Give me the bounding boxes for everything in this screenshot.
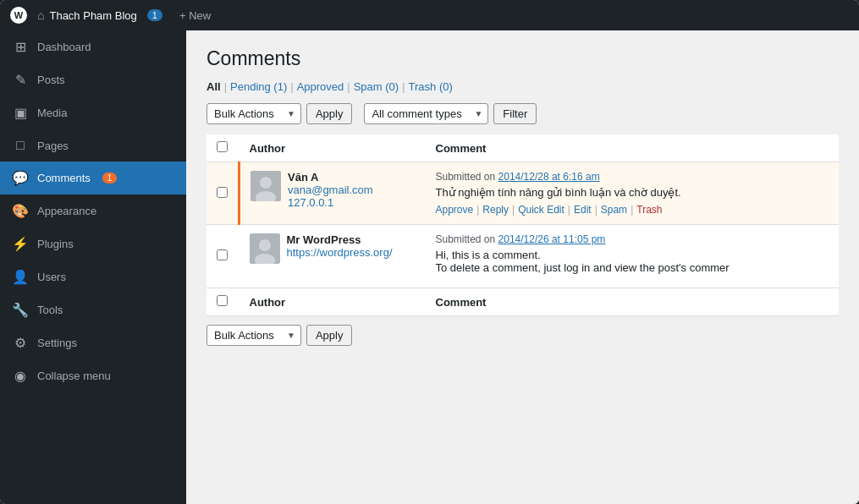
sidebar-item-label: Posts [37, 74, 65, 86]
pages-icon: □ [12, 138, 29, 153]
sidebar-item-label: Comments [37, 172, 91, 184]
main-content: Comments All | Pending (1) | Approved | … [186, 30, 859, 504]
filter-links: All | Pending (1) | Approved | Spam (0) … [206, 80, 839, 93]
svg-point-1 [260, 177, 272, 189]
sidebar-item-users[interactable]: 👤 Users [0, 260, 186, 293]
plugins-icon: ⚡ [12, 236, 29, 252]
media-icon: ▣ [12, 105, 29, 121]
th-author: Author [240, 134, 426, 162]
sidebar-item-pages[interactable]: □ Pages [0, 129, 186, 162]
sidebar-item-comments[interactable]: 💬 Comments 1 [0, 162, 186, 194]
comments-table: Author Comment [206, 134, 839, 316]
sidebar-item-label: Tools [37, 304, 63, 316]
tfoot-comment: Comment [426, 288, 840, 316]
comment-type-select-wrapper[interactable]: All comment types ▼ [364, 103, 488, 124]
bulk-actions-select-bottom[interactable]: Bulk Actions [207, 326, 282, 345]
sidebar-item-posts[interactable]: ✎ Posts [0, 63, 186, 96]
comment-type-select[interactable]: All comment types [365, 104, 469, 123]
spam-link[interactable]: Spam [601, 204, 627, 216]
edit-link[interactable]: Edit [574, 204, 592, 216]
row-checkbox-cell [206, 225, 240, 288]
tools-icon: 🔧 [12, 302, 29, 318]
filter-pending[interactable]: Pending (1) [230, 80, 287, 93]
comment-text: Thử nghiệm tính năng gửi bình luận và ch… [436, 186, 829, 199]
page-title: Comments [206, 47, 839, 70]
posts-icon: ✎ [12, 72, 29, 88]
sidebar-item-label: Settings [37, 337, 77, 349]
sidebar-item-dashboard[interactable]: ⊞ Dashboard [0, 30, 186, 63]
bulk-actions-select[interactable]: Bulk Actions [207, 104, 282, 123]
table-footer-row: Author Comment [206, 288, 839, 316]
sidebar-item-label: Plugins [37, 238, 74, 250]
filter-all[interactable]: All [206, 80, 221, 93]
comment-submitted: Submitted on 2014/12/26 at 11:05 pm [436, 233, 829, 245]
author-name: Văn A [288, 171, 373, 184]
author-ip[interactable]: 127.0.0.1 [288, 196, 373, 209]
table-row: Văn A vana@gmail.com 127.0.0.1 Submitted… [206, 162, 839, 225]
users-icon: 👤 [12, 269, 29, 285]
sidebar-item-plugins[interactable]: ⚡ Plugins [0, 227, 186, 260]
apply-button-top[interactable]: Apply [306, 103, 353, 124]
quick-edit-link[interactable]: Quick Edit [518, 204, 564, 216]
approve-link[interactable]: Approve [436, 204, 474, 216]
author-cell: Mr WordPress https://wordpress.org/ [240, 225, 426, 288]
comment-submitted: Submitted on 2014/12/28 at 6:16 am [436, 171, 829, 183]
wp-logo[interactable]: W [10, 7, 27, 24]
comment-text: Hi, this is a comment. To delete a comme… [436, 249, 829, 274]
th-checkbox [206, 134, 240, 162]
select-all-checkbox[interactable] [217, 141, 228, 152]
sidebar-item-appearance[interactable]: 🎨 Appearance [0, 194, 186, 227]
filter-approved[interactable]: Approved [297, 80, 344, 93]
bulk-actions-select-wrapper[interactable]: Bulk Actions ▼ [206, 103, 301, 124]
settings-icon: ⚙ [12, 335, 29, 351]
topbar-new-link[interactable]: + New [179, 9, 211, 22]
trash-link[interactable]: Trash [636, 204, 662, 216]
sidebar-item-label: Media [37, 107, 67, 119]
author-url[interactable]: https://wordpress.org/ [287, 246, 393, 259]
th-comment: Comment [426, 134, 840, 162]
sidebar-item-label: Collapse menu [37, 370, 111, 382]
filter-button[interactable]: Filter [493, 103, 537, 124]
reply-link[interactable]: Reply [482, 204, 509, 216]
main-layout: ⊞ Dashboard ✎ Posts ▣ Media □ Pages 💬 Co… [0, 30, 859, 504]
table-row: Mr WordPress https://wordpress.org/ Subm… [206, 225, 839, 288]
tfoot-checkbox [206, 288, 240, 316]
row-checkbox-cell [206, 162, 240, 225]
select-all-checkbox-bottom[interactable] [217, 295, 228, 306]
svg-point-4 [259, 239, 271, 251]
comment-date[interactable]: 2014/12/26 at 11:05 pm [498, 233, 606, 245]
apply-button-bottom[interactable]: Apply [306, 325, 353, 346]
sidebar-item-settings[interactable]: ⚙ Settings [0, 326, 186, 359]
comments-badge: 1 [102, 173, 118, 184]
bulk-actions-bottom-arrow-icon: ▼ [282, 327, 300, 343]
author-name: Mr WordPress [287, 233, 393, 246]
bulk-actions-arrow-icon: ▼ [282, 106, 300, 122]
author-cell: Văn A vana@gmail.com 127.0.0.1 [240, 162, 426, 225]
row-checkbox[interactable] [217, 249, 228, 260]
topbar-site: ⌂ Thach Pham Blog [37, 8, 137, 22]
sidebar-item-label: Users [37, 271, 66, 283]
home-icon: ⌂ [37, 8, 44, 22]
sidebar-item-collapse[interactable]: ◉ Collapse menu [0, 359, 186, 392]
browser-window: W ⌂ Thach Pham Blog 1 + New ⊞ Dashboard … [0, 0, 859, 504]
admin-sidebar: ⊞ Dashboard ✎ Posts ▣ Media □ Pages 💬 Co… [0, 30, 186, 504]
filter-trash[interactable]: Trash (0) [409, 80, 453, 93]
admin-topbar: W ⌂ Thach Pham Blog 1 + New [0, 0, 859, 30]
row-checkbox[interactable] [217, 187, 228, 198]
avatar [251, 171, 281, 201]
comment-actions: Approve | Reply | Quick Edit | Edit | Sp… [436, 204, 829, 216]
topbar-comments-badge: 1 [147, 9, 162, 21]
site-name[interactable]: Thach Pham Blog [49, 9, 136, 22]
comment-cell: Submitted on 2014/12/28 at 6:16 am Thử n… [426, 162, 840, 225]
avatar [250, 233, 280, 264]
filter-spam[interactable]: Spam (0) [354, 80, 399, 93]
comment-date[interactable]: 2014/12/28 at 6:16 am [498, 171, 600, 183]
collapse-icon: ◉ [12, 368, 29, 384]
comment-cell: Submitted on 2014/12/26 at 11:05 pm Hi, … [426, 225, 840, 288]
sidebar-item-media[interactable]: ▣ Media [0, 96, 186, 129]
bulk-actions-select-bottom-wrapper[interactable]: Bulk Actions ▼ [206, 325, 301, 346]
bottom-toolbar: Bulk Actions ▼ Apply [206, 325, 839, 346]
sidebar-item-tools[interactable]: 🔧 Tools [0, 293, 186, 326]
author-email[interactable]: vana@gmail.com [288, 184, 373, 196]
tfoot-author: Author [240, 288, 426, 316]
